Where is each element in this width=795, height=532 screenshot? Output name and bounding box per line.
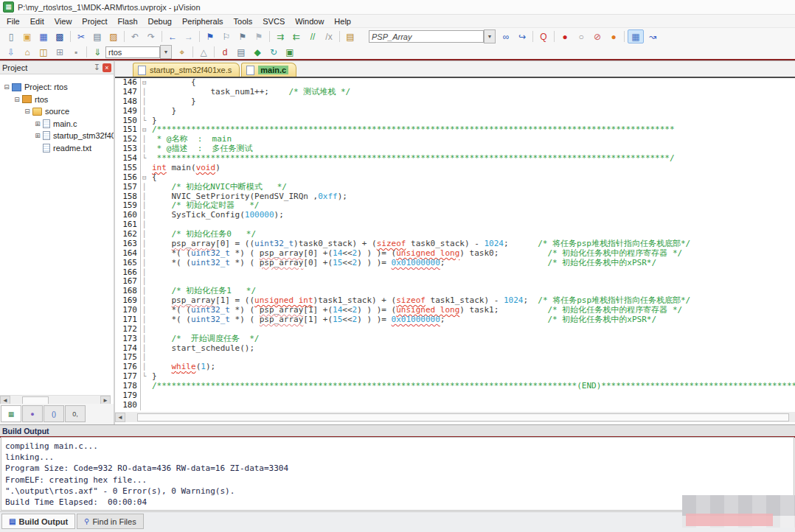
flash-configure-button[interactable]: △: [196, 46, 211, 58]
memory-window-button-icon: ▦: [631, 32, 639, 42]
expander-icon[interactable]: ⊟: [24, 108, 31, 115]
pack-installer-button[interactable]: ↻: [266, 46, 281, 58]
properties-button-icon: ▤: [346, 32, 354, 42]
memory-window-button[interactable]: ▦: [628, 29, 644, 43]
tree-item-readme-txt[interactable]: readme.txt: [0, 142, 114, 155]
incremental-find-button[interactable]: ↪: [515, 30, 530, 43]
menu-flash[interactable]: Flash: [113, 16, 143, 27]
rebuild-button[interactable]: ◫: [36, 46, 51, 58]
debug-session-button[interactable]: d: [218, 46, 232, 58]
fold-guide: │: [140, 306, 152, 315]
fold-toggle-icon[interactable]: ⊟: [140, 125, 152, 135]
menu-edit[interactable]: Edit: [25, 16, 49, 27]
templates-tab[interactable]: 0,: [65, 405, 86, 422]
line-number: 172: [115, 325, 140, 335]
menu-debug[interactable]: Debug: [143, 16, 177, 27]
find-in-files-tab[interactable]: ⚲Find in Files: [77, 514, 144, 529]
fold-guide: │: [140, 287, 152, 296]
expander-icon[interactable]: ⊞: [34, 120, 41, 127]
indent-button[interactable]: ⇉: [273, 30, 288, 43]
rebuild-button-icon: ◫: [39, 47, 47, 57]
project-tab[interactable]: ▦: [1, 405, 21, 422]
breakpoint-enable-button[interactable]: ○: [574, 30, 589, 43]
target-combo-arrow-icon[interactable]: ▼: [160, 45, 172, 59]
menu-svcs[interactable]: SVCS: [257, 16, 290, 27]
breakpoint-kill-all-button[interactable]: ●: [606, 30, 621, 43]
comment-selection-button[interactable]: //: [305, 30, 320, 43]
menu-window[interactable]: Window: [290, 16, 329, 27]
batch-build-button[interactable]: ⊞: [52, 46, 67, 58]
functions-tab[interactable]: (): [44, 405, 64, 422]
save-button[interactable]: ▦: [36, 30, 51, 43]
tree-item-main-c[interactable]: ⊞main.c: [0, 118, 114, 130]
save-all-button[interactable]: ▩: [52, 30, 67, 43]
cut-button[interactable]: ✂: [74, 30, 88, 43]
bookmark-next-button[interactable]: ⚑: [235, 30, 250, 43]
tree-item-rtos[interactable]: ⊟rtos: [0, 94, 114, 106]
stop-build-button[interactable]: ▪: [69, 46, 83, 58]
toolbar-separator: [624, 31, 625, 42]
build-button[interactable]: ⌂: [20, 46, 35, 58]
uncomment-selection-button[interactable]: /x: [322, 30, 336, 43]
menu-tools[interactable]: Tools: [229, 16, 258, 27]
translate-button[interactable]: ⇩: [4, 46, 18, 58]
menu-file[interactable]: File: [1, 16, 25, 27]
books-tab[interactable]: ●: [22, 405, 43, 422]
fold-guide: │: [140, 335, 152, 344]
toolbar-separator: [86, 46, 87, 57]
menu-help[interactable]: Help: [329, 16, 356, 27]
find-input[interactable]: [369, 30, 484, 43]
editor-tab-main-c[interactable]: main.c: [241, 63, 296, 77]
find-combo-arrow-icon[interactable]: ▼: [484, 29, 496, 43]
new-file-button[interactable]: ▯: [4, 30, 18, 43]
properties-button[interactable]: ▤: [343, 30, 358, 43]
build-output-log[interactable]: compiling main.c... linking... Program S…: [1, 437, 794, 511]
scroll-thumb[interactable]: [22, 396, 49, 405]
breakpoint-disable-all-button[interactable]: ⊘: [590, 30, 605, 43]
close-icon[interactable]: ×: [103, 63, 111, 72]
download-button[interactable]: ⇓: [90, 46, 105, 58]
editor-hscrollbar[interactable]: ◄: [115, 412, 795, 422]
tree-item-project-rtos[interactable]: ⊟Project: rtos: [0, 81, 114, 94]
line-number: 148: [115, 97, 140, 107]
code-editor[interactable]: 146⊟ {147│ task_num1++; /* 测试堆栈 */148│ }…: [115, 78, 795, 410]
build-output-tab[interactable]: ▤Build Output: [1, 514, 75, 529]
tree-item-label: source: [45, 107, 69, 116]
scroll-thumb[interactable]: [137, 413, 789, 421]
scroll-left-icon[interactable]: ◄: [115, 413, 125, 422]
expander-icon[interactable]: ⊟: [3, 83, 10, 91]
bookmark-clear-button[interactable]: ⚑: [251, 30, 266, 43]
menu-project[interactable]: Project: [77, 16, 112, 27]
expander-icon[interactable]: ⊞: [34, 132, 41, 139]
options-for-target-button[interactable]: ⌖: [175, 46, 190, 58]
paste-button[interactable]: ▨: [106, 30, 121, 43]
tree-item-startup-stm32f40[interactable]: ⊞startup_stm32f40: [0, 130, 114, 142]
target-select[interactable]: rtos: [105, 46, 160, 58]
expander-icon[interactable]: ⊟: [13, 96, 21, 103]
pin-icon[interactable]: ↧: [94, 63, 100, 72]
command-window-button[interactable]: ▤: [234, 46, 249, 58]
fold-toggle-icon[interactable]: ⊟: [140, 78, 152, 88]
line-number: 146: [115, 78, 140, 88]
editor-tab-startup-stm32f401xe-s[interactable]: startup_stm32f401xe.s: [133, 63, 240, 77]
find-in-files-button[interactable]: Q: [536, 30, 551, 43]
redo-button[interactable]: ↷: [144, 30, 159, 43]
outdent-button[interactable]: ⇇: [289, 30, 304, 43]
configure-button[interactable]: ↝: [645, 30, 660, 43]
fold-toggle-icon[interactable]: ⊟: [140, 173, 152, 183]
menu-peripherals[interactable]: Peripherals: [177, 16, 229, 27]
tree-item-source[interactable]: ⊟source: [0, 105, 114, 118]
nav-back-button[interactable]: ←: [165, 30, 180, 43]
bookmark-toggle-button[interactable]: ⚑: [203, 30, 218, 43]
manage-rte-button[interactable]: ◆: [250, 46, 265, 58]
code-line: 176│ while(1);: [115, 363, 795, 372]
nav-forward-button[interactable]: →: [181, 30, 196, 43]
menu-view[interactable]: View: [49, 16, 77, 27]
open-file-button[interactable]: ▣: [20, 30, 35, 43]
undo-button[interactable]: ↶: [128, 30, 142, 43]
bookmark-prev-button[interactable]: ⚐: [219, 30, 234, 43]
breakpoint-toggle-button[interactable]: ●: [558, 30, 572, 43]
manage-project-items-button[interactable]: ▣: [282, 46, 297, 58]
find-button[interactable]: ∞: [499, 30, 513, 43]
copy-button[interactable]: ▤: [90, 30, 105, 43]
